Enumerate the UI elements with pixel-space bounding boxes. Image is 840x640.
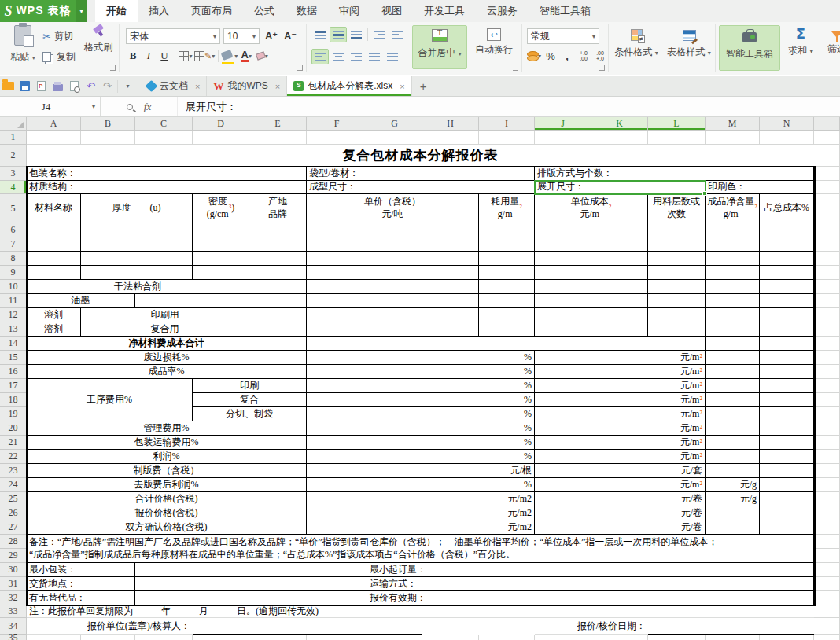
cell-A21[interactable]: 包装运输费用% — [27, 436, 307, 450]
cell-D1[interactable] — [193, 131, 249, 145]
cell-B13[interactable]: 复合用 — [81, 322, 249, 337]
col-header-E[interactable]: E — [249, 117, 307, 131]
col-header-I[interactable]: I — [479, 117, 535, 131]
align-bottom-button[interactable] — [348, 27, 365, 42]
col-header-partial[interactable] — [814, 117, 840, 131]
cell-A30[interactable]: 最小包装： — [27, 563, 135, 577]
cell-O16[interactable] — [814, 365, 840, 379]
cell-O15[interactable] — [814, 351, 840, 365]
cell-G32[interactable]: 报价有效期： — [367, 591, 591, 605]
cell-F20[interactable]: % — [307, 421, 535, 436]
font-dialog-launcher[interactable] — [297, 65, 303, 71]
justify-button[interactable] — [366, 49, 383, 64]
cell-M1[interactable] — [706, 131, 760, 145]
cell-G31[interactable]: 运输方式： — [367, 577, 591, 591]
menu-tab-插入[interactable]: 插入 — [138, 0, 180, 22]
cell-N17[interactable] — [760, 379, 814, 393]
cell-N11[interactable] — [760, 294, 814, 308]
cell-C1[interactable] — [135, 131, 193, 145]
cell-A24[interactable]: 去版费后利润% — [27, 478, 307, 492]
cell-D9[interactable] — [193, 266, 249, 280]
cell-A34[interactable]: 报价单位(盖章)/核算人： — [27, 618, 193, 635]
cell-A15[interactable]: 废边损耗% — [27, 351, 307, 365]
cell-L8[interactable] — [648, 252, 706, 266]
distribute-button[interactable] — [384, 49, 401, 64]
cell-A35[interactable] — [27, 635, 81, 640]
cell-B9[interactable] — [81, 266, 193, 280]
row-header-12[interactable]: 12 — [0, 308, 27, 322]
align-top-button[interactable] — [311, 27, 329, 42]
cell-L10[interactable] — [648, 280, 706, 294]
table-style-button[interactable]: 表格样式 ▾ — [664, 25, 714, 59]
close-tab-icon[interactable]: × — [195, 82, 200, 91]
redo-button[interactable]: ↷ — [99, 76, 116, 96]
bold-button[interactable]: B — [126, 49, 140, 63]
row-header-5[interactable]: 5 — [0, 194, 27, 223]
cell-F26[interactable]: 元/m2 — [307, 506, 535, 520]
col-header-A[interactable]: A — [27, 117, 81, 131]
cell-B12[interactable]: 印刷用 — [81, 308, 249, 322]
cell-O13[interactable] — [814, 322, 840, 337]
save-button[interactable] — [17, 76, 33, 96]
cell-O5[interactable] — [814, 194, 840, 223]
cell-B1[interactable] — [81, 131, 135, 145]
cell-O14[interactable] — [814, 337, 840, 351]
menu-tab-开发工具[interactable]: 开发工具 — [413, 0, 476, 22]
cell-O10[interactable] — [814, 280, 840, 294]
cell-A26[interactable]: 报价价格(含税) — [27, 506, 307, 520]
cell-J18[interactable]: 元/m² — [535, 393, 706, 407]
cell-D35[interactable] — [193, 635, 249, 640]
cell-M10[interactable] — [706, 280, 760, 294]
cell-N6[interactable] — [760, 223, 814, 237]
cell-N26[interactable] — [760, 506, 814, 520]
cell-D19[interactable]: 分切、制袋 — [193, 407, 307, 421]
cell-M4[interactable]: 印刷色： — [706, 181, 814, 194]
menu-tab-审阅[interactable]: 审阅 — [328, 0, 370, 22]
cell-O19[interactable] — [814, 407, 840, 421]
align-left-button[interactable] — [311, 49, 329, 64]
cell-O3[interactable] — [814, 167, 840, 181]
cell-A1[interactable] — [27, 131, 81, 145]
open-file-button[interactable] — [0, 76, 17, 96]
cell-B8[interactable] — [81, 252, 193, 266]
row-header-20[interactable]: 20 — [0, 421, 27, 436]
cell-J24[interactable]: 元/m² — [535, 478, 706, 492]
row-header-9[interactable]: 9 — [0, 266, 27, 280]
cell-O8[interactable] — [814, 252, 840, 266]
cell-J8[interactable] — [535, 252, 648, 266]
cell-A5[interactable]: 材料名称 — [27, 194, 81, 223]
cell-I1[interactable] — [479, 131, 535, 145]
cell-A31[interactable]: 交货地点： — [27, 577, 135, 591]
cell-M26[interactable] — [706, 506, 760, 520]
decrease-decimal-button[interactable]: .00 +.0 — [593, 49, 607, 63]
cell-M27[interactable] — [706, 520, 760, 535]
align-right-button[interactable] — [348, 49, 365, 64]
cell-F23[interactable]: 元/根 — [307, 464, 535, 478]
cell-N16[interactable] — [760, 365, 814, 379]
row-header-16[interactable]: 16 — [0, 365, 27, 379]
cell-L11[interactable] — [648, 294, 706, 308]
cell-M16[interactable] — [706, 365, 760, 379]
cell-N1[interactable] — [760, 131, 814, 145]
cell-N5[interactable]: 占总成本% — [760, 194, 814, 223]
cell-O12[interactable] — [814, 308, 840, 322]
cell-M8[interactable] — [706, 252, 760, 266]
cell-F27[interactable]: 元/m2 — [307, 520, 535, 535]
cell-A10[interactable]: 干法粘合剂 — [27, 280, 249, 294]
row-header-1[interactable]: 1 — [0, 131, 27, 145]
cell-M24[interactable]: 元/g — [706, 478, 760, 492]
cell-F25[interactable]: 元/m2 — [307, 492, 535, 506]
cell-I9[interactable] — [479, 266, 535, 280]
cell-M11[interactable] — [706, 294, 760, 308]
paste-button[interactable]: 粘贴 ▾ — [6, 25, 39, 64]
cell-O34[interactable] — [814, 618, 840, 635]
cell-K31[interactable] — [591, 577, 814, 591]
row-header-24[interactable]: 24 — [0, 478, 27, 492]
cell-F6[interactable] — [307, 223, 479, 237]
menu-tab-视图[interactable]: 视图 — [370, 0, 413, 22]
cell-M15[interactable] — [706, 351, 760, 365]
name-box[interactable]: J4 ▾ — [0, 97, 101, 116]
cell-F24[interactable]: % — [307, 478, 535, 492]
cell-A7[interactable] — [27, 237, 81, 252]
align-middle-button[interactable] — [330, 27, 347, 42]
